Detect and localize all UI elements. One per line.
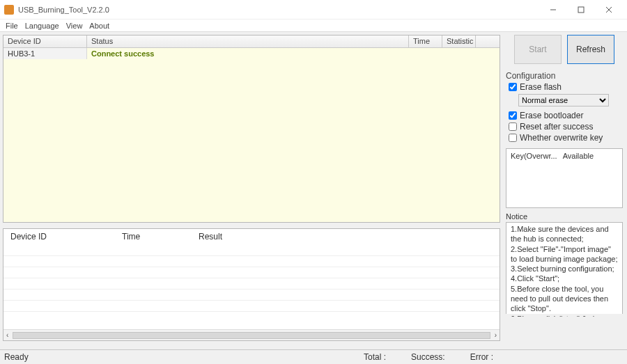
notice-line: 4.Click "Start"; — [511, 274, 618, 283]
notice-line: 2.Select "File"-"Import image" to load b… — [511, 244, 618, 264]
col-extra — [476, 35, 500, 47]
cell-stat — [466, 48, 500, 59]
erase-flash-label: Erase flash — [520, 82, 562, 92]
list-item — [3, 278, 500, 289]
cell-time — [433, 48, 466, 59]
erase-flash-option[interactable]: Erase flash — [509, 82, 623, 92]
status-total: Total : — [364, 352, 386, 362]
overwrite-key-label: Whether overwrite key — [520, 133, 603, 143]
rcol-time[interactable]: Time — [118, 230, 194, 243]
erase-bootloader-option[interactable]: Erase bootloader — [509, 111, 623, 120]
list-item — [3, 311, 500, 322]
erase-mode-select[interactable]: Normal erase — [518, 94, 609, 106]
overwrite-key-checkbox[interactable] — [509, 134, 517, 142]
notice-line: 1.Make sure the devices and the hub is c… — [511, 224, 618, 244]
overwrite-key-option[interactable]: Whether overwrite key — [509, 133, 623, 143]
device-table-header: Device ID Status Time Statistic — [3, 35, 500, 48]
col-time[interactable]: Time — [409, 35, 442, 47]
rcol-result[interactable]: Result — [194, 230, 497, 243]
cell-device-id: HUB3-1 — [3, 48, 87, 59]
list-item — [3, 244, 500, 255]
app-icon — [4, 5, 14, 15]
key-col-overwrite[interactable]: Key(Overwr... — [511, 152, 557, 205]
window-title: USB_Burning_Tool_V2.2.0 — [18, 6, 539, 14]
menu-file[interactable]: File — [6, 22, 18, 30]
key-table: Key(Overwr... Available — [506, 148, 623, 208]
cell-status: Connect success — [87, 48, 433, 59]
notice-body: 1.Make sure the devices and the hub is c… — [506, 222, 623, 314]
reset-after-label: Reset after success — [520, 122, 593, 132]
result-table-header: Device ID Time Result — [3, 229, 500, 244]
list-item — [3, 289, 500, 300]
notice-line: 3.Select burning configuration; — [511, 264, 618, 274]
config-title: Configuration — [506, 71, 623, 81]
result-table-body: ‹ › — [3, 244, 500, 340]
status-ready: Ready — [4, 352, 339, 362]
table-row[interactable]: HUB3-1 Connect success — [3, 48, 500, 59]
reset-after-checkbox[interactable] — [509, 122, 517, 131]
menu-about[interactable]: About — [89, 22, 109, 30]
scrollbar-thumb[interactable] — [13, 332, 490, 339]
notice-line: 5.Before close the tool, you need to pul… — [511, 284, 618, 314]
scroll-right-icon[interactable]: › — [495, 331, 497, 339]
erase-bootloader-label: Erase bootloader — [520, 111, 583, 120]
notice-title: Notice — [506, 212, 623, 221]
statusbar: Ready Total : Success: Error : — [0, 349, 627, 364]
menu-language[interactable]: Language — [25, 22, 59, 30]
erase-flash-checkbox[interactable] — [509, 83, 517, 91]
refresh-button[interactable]: Refresh — [567, 35, 614, 64]
col-statistic[interactable]: Statistic — [442, 35, 476, 47]
horizontal-scrollbar[interactable]: ‹ › — [3, 329, 500, 340]
status-error: Error : — [470, 352, 493, 362]
list-item — [3, 255, 500, 267]
col-status[interactable]: Status — [87, 35, 409, 47]
start-button[interactable]: Start — [514, 35, 562, 64]
notice-line: 6.Please click "stop" & close — [511, 314, 618, 317]
menubar: File Language View About — [0, 19, 627, 32]
maximize-button[interactable] — [567, 1, 595, 18]
status-success: Success: — [411, 352, 445, 362]
col-device-id[interactable]: Device ID — [3, 35, 87, 47]
svg-rect-1 — [578, 7, 584, 13]
list-item — [3, 267, 500, 278]
rcol-device-id[interactable]: Device ID — [6, 230, 118, 243]
notice-box: Notice 1.Make sure the devices and the h… — [506, 212, 623, 317]
erase-bootloader-checkbox[interactable] — [509, 111, 517, 120]
result-table: Device ID Time Result ‹ › — [3, 228, 500, 341]
minimize-button[interactable] — [539, 1, 567, 18]
titlebar: USB_Burning_Tool_V2.2.0 — [0, 0, 627, 19]
key-col-available[interactable]: Available — [563, 152, 594, 205]
scroll-left-icon[interactable]: ‹ — [6, 331, 8, 339]
configuration-group: Configuration Erase flash Normal erase E… — [506, 71, 623, 144]
list-item — [3, 300, 500, 311]
close-button[interactable] — [595, 1, 623, 18]
reset-after-option[interactable]: Reset after success — [509, 122, 623, 132]
menu-view[interactable]: View — [66, 22, 83, 30]
device-table: Device ID Status Time Statistic HUB3-1 C… — [3, 35, 500, 223]
device-table-body: HUB3-1 Connect success — [3, 48, 500, 222]
